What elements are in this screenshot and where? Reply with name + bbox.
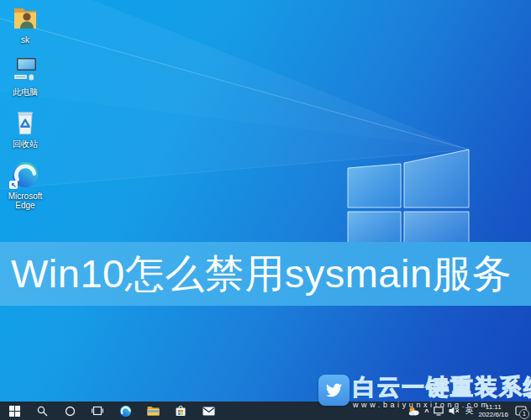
start-button[interactable] (5, 402, 24, 420)
desktop-icon-recycle-bin[interactable]: 回收站 (3, 108, 47, 149)
cortana-circle-icon (65, 406, 76, 417)
headline-title: Win10怎么禁用sysmain服务 (0, 248, 513, 301)
desktop-icon-label: 回收站 (13, 139, 38, 149)
edge-taskbar-button[interactable] (116, 402, 134, 420)
task-view-button[interactable] (88, 402, 107, 420)
this-pc-icon (10, 55, 40, 86)
taskbar-buttons (0, 402, 227, 420)
mail-button[interactable] (199, 402, 218, 420)
twitter-bird-icon (318, 375, 350, 406)
desktop-icon-label: Microsoft Edge (3, 192, 47, 210)
brand-watermark: 白云一键重装系统 www.baiyunxitong.com (318, 375, 531, 409)
edge-swirl-icon (119, 405, 132, 417)
shortcut-arrow-icon (9, 181, 18, 189)
watermark-brand: 白云一键重装系统 (353, 375, 531, 400)
edge-icon (10, 160, 40, 190)
desktop-icon-label: 此电脑 (13, 87, 38, 97)
desktop-icon-this-pc[interactable]: 此电脑 (3, 55, 47, 97)
mail-envelope-icon (202, 407, 215, 416)
headline-banner: Win10怎么禁用sysmain服务 (0, 242, 531, 306)
windows-desktop: sk 此电脑 (0, 0, 531, 420)
search-button[interactable] (33, 402, 51, 420)
desktop-icon-edge[interactable]: Microsoft Edge (3, 160, 47, 210)
desktop-icon-label: sk (21, 35, 29, 45)
file-explorer-button[interactable] (144, 402, 162, 420)
cortana-button[interactable] (60, 402, 79, 420)
windows-logo-icon (9, 406, 20, 417)
notification-badge: 1 (519, 409, 529, 419)
store-bag-icon (175, 405, 187, 417)
microsoft-store-button[interactable] (171, 402, 190, 420)
watermark-text-block: 白云一键重装系统 www.baiyunxitong.com (353, 375, 531, 409)
user-folder-icon (10, 3, 40, 34)
desktop-icon-user-folder[interactable]: sk (3, 3, 47, 45)
watermark-url: www.baiyunxitong.com (353, 401, 531, 409)
search-icon (37, 406, 48, 417)
desktop-icon-column: sk 此电脑 (3, 3, 47, 221)
clock-date: 2022/6/16 (478, 411, 508, 418)
task-view-icon (92, 406, 103, 416)
recycle-bin-icon (10, 108, 40, 138)
folder-icon (147, 406, 160, 416)
wallpaper-windows-logo (0, 0, 531, 420)
